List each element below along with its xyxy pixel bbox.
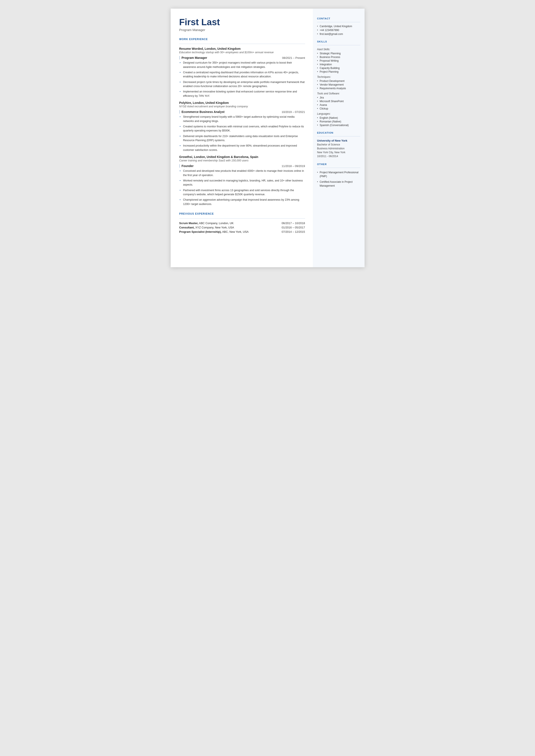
job-2-bullet-4: Increased productivity within the depart…: [179, 144, 305, 152]
job-1-bullet-1: Designed curriculum for 350+ project man…: [179, 61, 305, 69]
job-2-bullet-2: Created systems to monitor finances with…: [179, 125, 305, 133]
job-3-role: Founder: [179, 164, 194, 168]
job-3-bullet-3: Partnered with investment firms across 1…: [179, 188, 305, 197]
technique-1: Product Development: [317, 79, 360, 83]
prev-role-2-rest: XYZ Company, New York, USA: [195, 226, 234, 229]
prev-dates-1: 06/2017 – 10/2018: [282, 222, 305, 225]
job-3-bullet-4: Championed an aggressive advertising cam…: [179, 198, 305, 206]
candidate-name: First Last: [179, 17, 305, 27]
other-item-1: Project Management Professional (PMP): [317, 170, 360, 178]
job-2-company: Polyhire, London, United Kingdom: [179, 101, 305, 104]
contact-item-1: Cambridge, United Kingdom: [317, 25, 360, 28]
job-1-bullet-3: Decreased project cycle times by develop…: [179, 80, 305, 89]
language-2: Romanian (Native): [317, 120, 360, 123]
prev-role-3-bold: Program Specialist (Internship),: [179, 230, 222, 234]
job-1-company-bold: Resume Worded,: [179, 47, 204, 50]
prev-exp-row-3: Program Specialist (Internship), ABC, Ne…: [179, 230, 305, 234]
job-2-bullet-1: Strengthened company brand loyalty with …: [179, 115, 305, 123]
job-3-header: Founder 11/2018 – 09/2019: [179, 164, 305, 168]
edu-field: Business Administration: [317, 147, 360, 151]
tool-3: Asana: [317, 103, 360, 106]
prev-role-3: Program Specialist (Internship), ABC, Ne…: [179, 230, 249, 234]
job-2-company-rest: London, United Kingdom: [192, 101, 229, 104]
job-3-company: Growthsi, London, United Kingdom & Barce…: [179, 155, 305, 159]
job-1-subtitle: Education technology startup with 50+ em…: [179, 51, 305, 54]
technique-2: Vendor Management: [317, 83, 360, 86]
prev-exp-row-2: Consultant, XYZ Company, New York, USA 0…: [179, 226, 305, 229]
job-2-company-bold: Polyhire,: [179, 101, 192, 104]
contact-list: Cambridge, United Kingdom +44 1234567890…: [317, 25, 360, 36]
previous-experience-heading: PREVIOUS EXPERIENCE: [179, 212, 305, 215]
job-1-bullet-4: Implemented an innovative ticketing syst…: [179, 90, 305, 98]
job-1-header: Program Manager 08/2021 – Present: [179, 56, 305, 60]
education-heading: EDUCATION: [317, 131, 360, 134]
languages-label: Languages:: [317, 112, 360, 115]
contact-heading: CONTACT: [317, 17, 360, 20]
tools-label: Tools and Software:: [317, 92, 360, 95]
other-item-2: Certified Associate in Project Managemen…: [317, 180, 360, 188]
hard-skill-1: Strategic Planning: [317, 52, 360, 55]
other-heading: OTHER: [317, 163, 360, 165]
job-3-subtitle: Career training and membership SaaS with…: [179, 159, 305, 162]
left-column: First Last Program Manager WORK EXPERIEN…: [171, 9, 313, 267]
prev-role-3-rest: ABC, New York, USA: [221, 230, 249, 234]
techniques-label: Techniques:: [317, 75, 360, 78]
languages-list: English (Native) Romanian (Native) Spani…: [317, 116, 360, 127]
job-3-bullets: Conceived and developed new products tha…: [179, 169, 305, 206]
hard-skill-3: Proposal Writing: [317, 59, 360, 62]
prev-exp-list: Scrum Master, ABC Company, London, UK 06…: [179, 222, 305, 234]
education-divider: [317, 136, 360, 136]
edu-degree: Bachelor of Science: [317, 143, 360, 147]
tools-list: Jira Microsoft SharePoint Asana Clickup: [317, 96, 360, 110]
job-3-company-rest: London, United Kingdom & Barcelona, Spai…: [193, 155, 258, 159]
skills-heading: SKILLS: [317, 40, 360, 43]
job-1-company-rest: London, United Kingdom: [204, 47, 241, 50]
job-2: Polyhire, London, United Kingdom NYSE-li…: [179, 101, 305, 152]
job-1-bullets: Designed curriculum for 350+ project man…: [179, 61, 305, 98]
job-1-role: Program Manager: [179, 56, 207, 60]
language-3: Spanish (Conversational): [317, 124, 360, 127]
hard-skills-label: Hard Skills:: [317, 48, 360, 51]
edu-school: University of New York: [317, 139, 360, 142]
hard-skills-list: Strategic Planning Business Process Prop…: [317, 52, 360, 73]
prev-role-1-bold: Scrum Master,: [179, 222, 198, 225]
job-2-dates: 10/2019 – 07/2021: [282, 110, 305, 114]
prev-exp-row-1: Scrum Master, ABC Company, London, UK 06…: [179, 222, 305, 225]
contact-item-2: +44 1234567890: [317, 29, 360, 32]
job-2-header: Ecommerce Business Analyst 10/2019 – 07/…: [179, 110, 305, 114]
technique-3: Requirements Analysis: [317, 87, 360, 90]
tool-2: Microsoft SharePoint: [317, 100, 360, 103]
job-1-bullet-2: Created a centralized reporting dashboar…: [179, 70, 305, 79]
job-1: Resume Worded, London, United Kingdom Ed…: [179, 47, 305, 98]
work-experience-heading: WORK EXPERIENCE: [179, 38, 305, 41]
job-1-dates: 08/2021 – Present: [282, 56, 305, 60]
language-1: English (Native): [317, 116, 360, 119]
tool-4: Clickup: [317, 107, 360, 110]
hard-skill-4: Integration: [317, 63, 360, 66]
prev-role-1: Scrum Master, ABC Company, London, UK: [179, 222, 234, 225]
job-2-subtitle: NYSE-listed recruitment and employer bra…: [179, 105, 305, 108]
job-3-company-bold: Growthsi,: [179, 155, 193, 159]
hard-skill-6: Project Planning: [317, 70, 360, 73]
candidate-title: Program Manager: [179, 28, 305, 32]
tool-1: Jira: [317, 96, 360, 99]
edu-dates: 10/2011 - 06/2014: [317, 154, 360, 158]
prev-role-2: Consultant, XYZ Company, New York, USA: [179, 226, 234, 229]
edu-location: New York City, New York: [317, 151, 360, 154]
job-2-role: Ecommerce Business Analyst: [179, 110, 225, 114]
job-3-bullet-2: Worked remotely and succeeded in managin…: [179, 179, 305, 187]
prev-role-1-rest: ABC Company, London, UK: [198, 222, 234, 225]
resume-container: First Last Program Manager WORK EXPERIEN…: [171, 9, 365, 267]
right-column: CONTACT Cambridge, United Kingdom +44 12…: [313, 9, 365, 267]
job-3-dates: 11/2018 – 09/2019: [282, 164, 305, 168]
hard-skill-5: Capacity Building: [317, 67, 360, 70]
techniques-list: Product Development Vendor Management Re…: [317, 79, 360, 90]
prev-role-2-bold: Consultant,: [179, 226, 195, 229]
prev-dates-3: 07/2014 – 12/2015: [282, 230, 305, 234]
hard-skill-2: Business Process: [317, 56, 360, 59]
job-2-bullets: Strengthened company brand loyalty with …: [179, 115, 305, 152]
prev-dates-2: 01/2016 – 05/2017: [282, 226, 305, 229]
other-divider: [317, 168, 360, 168]
job-1-company: Resume Worded, London, United Kingdom: [179, 47, 305, 50]
job-3: Growthsi, London, United Kingdom & Barce…: [179, 155, 305, 206]
